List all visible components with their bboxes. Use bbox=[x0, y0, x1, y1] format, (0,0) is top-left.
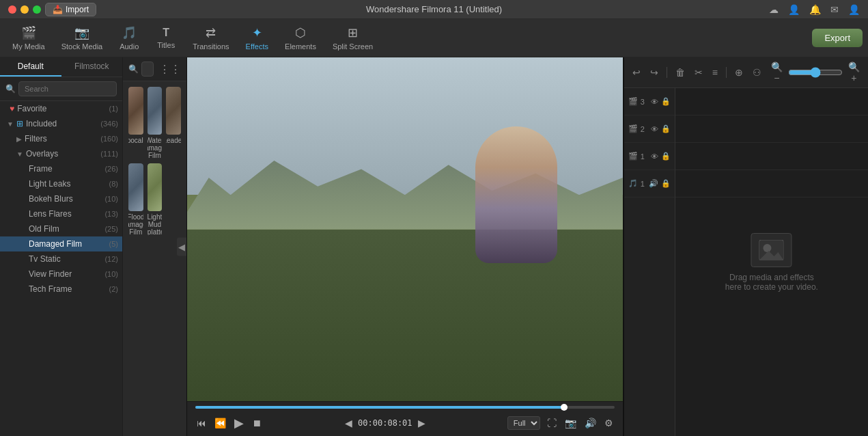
split-button[interactable]: ✂ bbox=[692, 66, 705, 79]
titlebar: 📥 Import Wondershare Filmora 11 (Untitle… bbox=[0, 0, 868, 19]
rewind-button[interactable]: ⏮ bbox=[195, 416, 208, 430]
undo-button[interactable]: ↩ bbox=[630, 66, 643, 79]
redo-button[interactable]: ↪ bbox=[647, 66, 661, 79]
effects-search-input[interactable] bbox=[141, 62, 154, 77]
quality-select[interactable]: Full 1/2 1/4 bbox=[507, 416, 540, 430]
split-screen-label: Split Screen bbox=[333, 42, 373, 51]
toolbar-item-stock-media[interactable]: 📷 Stock Media bbox=[55, 23, 110, 53]
tree-item-damaged-film[interactable]: Damaged Film (5) bbox=[0, 236, 122, 251]
search-input[interactable] bbox=[18, 81, 117, 96]
track-row-1: 🎬 1 👁 🔒 bbox=[624, 143, 675, 170]
notification-icon[interactable]: 🔔 bbox=[809, 4, 821, 15]
import-label: Import bbox=[66, 5, 89, 14]
zoom-out-button[interactable]: 🔍− bbox=[768, 60, 785, 85]
effect-light-mud[interactable]: Light Mud Splatter bbox=[148, 163, 163, 236]
tree-item-view-finder[interactable]: View Finder (10) bbox=[0, 267, 122, 282]
magnet-button[interactable]: ⚇ bbox=[750, 66, 764, 79]
timeline-scrubber[interactable] bbox=[195, 406, 615, 409]
user-icon[interactable]: 👤 bbox=[848, 4, 860, 15]
settings-button[interactable]: ⚙ bbox=[603, 416, 615, 430]
zoom-slider[interactable] bbox=[788, 67, 843, 78]
track1-eye-icon[interactable]: 👁 bbox=[651, 152, 658, 161]
step-back-button[interactable]: ⏪ bbox=[213, 416, 227, 430]
effect-label-light-mud: Light Mud Splatter bbox=[148, 213, 163, 236]
tree-item-lens-flares[interactable]: Lens Flares (13) bbox=[0, 206, 122, 221]
preview-panel: ⏮ ⏪ ▶ ⏹ ◀ 00:00:08:01 ▶ Full 1/2 1/4 bbox=[186, 57, 624, 436]
preview-video bbox=[187, 57, 623, 401]
titlebar-actions: ☁ 👤 🔔 ✉ 👤 bbox=[769, 4, 860, 15]
audio-label: Audio bbox=[120, 42, 139, 51]
tree-item-overlays[interactable]: ▼ Overlays (111) bbox=[0, 146, 122, 161]
track2-eye-icon[interactable]: 👁 bbox=[651, 125, 658, 133]
tree-item-frame[interactable]: Frame (26) bbox=[0, 161, 122, 176]
toolbar-item-transitions[interactable]: ⇄ Transitions bbox=[186, 23, 236, 53]
tree-item-tech-frame[interactable]: Tech Frame (2) bbox=[0, 282, 122, 297]
zoom-controls: 🔍− 🔍+ bbox=[768, 60, 863, 85]
effect-thumb-filmpocalypse bbox=[128, 87, 143, 135]
nav-next-button[interactable]: ▶ bbox=[417, 416, 427, 430]
grid-view-icon[interactable]: ⋮⋮ bbox=[159, 63, 181, 76]
track-content-3 bbox=[675, 88, 868, 115]
nav-prev-button[interactable]: ◀ bbox=[344, 416, 354, 430]
add-track-button[interactable]: ⊕ bbox=[732, 66, 746, 79]
tree-count-overlays: (111) bbox=[100, 150, 118, 158]
track-content-2 bbox=[675, 115, 868, 143]
stock-media-icon: 📷 bbox=[74, 25, 89, 40]
audio1-lock-icon[interactable]: 🔒 bbox=[661, 179, 671, 188]
delete-button[interactable]: 🗑 bbox=[673, 66, 688, 79]
tree-item-included[interactable]: ▼ ⊞ Included (346) bbox=[0, 116, 122, 131]
tree-item-favorite[interactable]: ♥ Favorite (1) bbox=[0, 101, 122, 116]
collapse-panel-button[interactable]: ◀ bbox=[177, 238, 186, 256]
toolbar-item-audio[interactable]: 🎵 Audio bbox=[112, 23, 146, 53]
effect-filmpocalypse[interactable]: Filmpocalypse bbox=[128, 87, 143, 159]
track2-icon: 🎬 bbox=[628, 124, 638, 133]
export-button[interactable]: Export bbox=[812, 29, 863, 47]
toolbar-item-split-screen[interactable]: ⊞ Split Screen bbox=[326, 23, 380, 53]
effect-water-damaged[interactable]: Water Damaged Film bbox=[148, 87, 163, 159]
audio-icon: 🎵 bbox=[122, 25, 137, 40]
toggle-icon-filters: ▶ bbox=[16, 135, 22, 143]
tab-filmstock[interactable]: Filmstock bbox=[61, 57, 123, 77]
track-row-2: 🎬 2 👁 🔒 bbox=[624, 115, 675, 143]
cloud-icon[interactable]: ☁ bbox=[769, 4, 779, 15]
more-button[interactable]: ≡ bbox=[710, 66, 720, 79]
tree-item-old-film[interactable]: Old Film (25) bbox=[0, 221, 122, 236]
effect-flood-damaged[interactable]: Flood Damaged Film bbox=[128, 163, 143, 236]
tree-item-light-leaks[interactable]: Light Leaks (8) bbox=[0, 176, 122, 191]
track2-num: 2 bbox=[641, 125, 645, 133]
minimize-button[interactable] bbox=[20, 5, 29, 14]
track3-lock-icon[interactable]: 🔒 bbox=[661, 97, 671, 106]
track-row-audio1: 🎵 1 🔊 🔒 bbox=[624, 170, 675, 197]
track1-lock-icon[interactable]: 🔒 bbox=[661, 152, 671, 161]
tree-count-old-film: (25) bbox=[104, 225, 118, 233]
fullscreen-button[interactable]: ⛶ bbox=[546, 416, 558, 430]
effect-leader[interactable]: Leader bbox=[166, 87, 181, 159]
toolbar-item-titles[interactable]: T Titles bbox=[149, 24, 183, 52]
close-button[interactable] bbox=[8, 5, 16, 14]
maximize-button[interactable] bbox=[33, 5, 41, 14]
import-button[interactable]: 📥 Import bbox=[45, 3, 96, 16]
track2-lock-icon[interactable]: 🔒 bbox=[661, 124, 671, 133]
track1-num: 1 bbox=[641, 152, 645, 161]
track3-eye-icon[interactable]: 👁 bbox=[651, 98, 658, 106]
tracks-area: 🎬 3 👁 🔒 🎬 2 👁 🔒 🎬 1 👁 🔒 bbox=[624, 88, 868, 436]
play-button[interactable]: ▶ bbox=[233, 414, 245, 432]
snapshot-button[interactable]: 📷 bbox=[563, 416, 578, 430]
tree-label-frame: Frame bbox=[29, 164, 104, 174]
included-icon: ⊞ bbox=[16, 119, 23, 128]
tree-item-tv-static[interactable]: Tv Static (12) bbox=[0, 251, 122, 267]
tree-item-filters[interactable]: ▶ Filters (160) bbox=[0, 131, 122, 146]
stop-button[interactable]: ⏹ bbox=[251, 416, 263, 430]
zoom-in-button[interactable]: 🔍+ bbox=[845, 60, 863, 85]
toolbar-item-effects[interactable]: ✦ Effects bbox=[239, 23, 275, 53]
toolbar-item-my-media[interactable]: 🎬 My Media bbox=[5, 23, 52, 53]
effect-thumb-water-damaged bbox=[148, 87, 163, 135]
message-icon[interactable]: ✉ bbox=[830, 4, 839, 15]
favorite-icon: ♥ bbox=[10, 104, 14, 113]
toolbar-item-elements[interactable]: ⬡ Elements bbox=[278, 23, 323, 53]
tab-default[interactable]: Default bbox=[0, 57, 61, 77]
audio1-vol-icon[interactable]: 🔊 bbox=[649, 179, 658, 188]
account-icon[interactable]: 👤 bbox=[788, 4, 800, 15]
tree-item-bokeh-blurs[interactable]: Bokeh Blurs (10) bbox=[0, 191, 122, 206]
volume-button[interactable]: 🔊 bbox=[583, 416, 598, 430]
